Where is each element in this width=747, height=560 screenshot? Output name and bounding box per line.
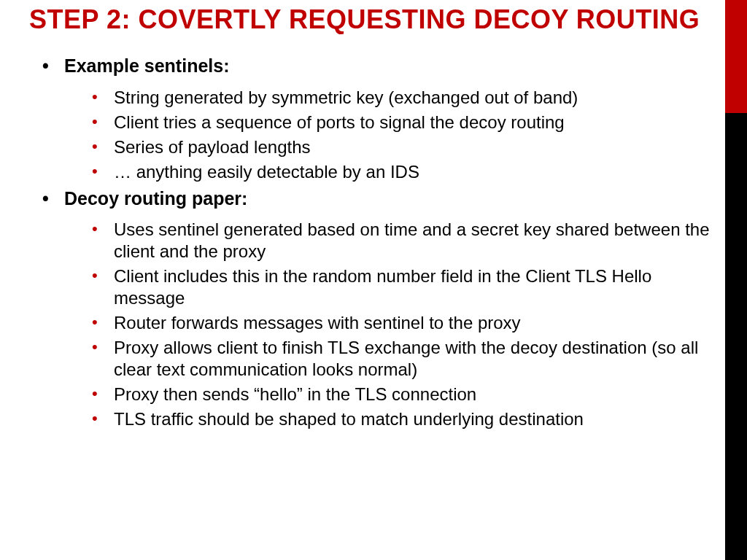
bullet-list-outer: Example sentinels: String generated by s…: [29, 55, 714, 430]
list-item: Proxy then sends “hello” in the TLS conn…: [92, 384, 714, 405]
slide-title: STEP 2: COVERTLY REQUESTING DECOY ROUTIN…: [29, 4, 714, 34]
stripe-black: [725, 113, 747, 560]
list-item: TLS traffic should be shaped to match un…: [92, 408, 714, 430]
list-item: … anything easily detectable by an IDS: [92, 161, 714, 183]
bullet-list-inner: Uses sentinel generated based on time an…: [64, 219, 714, 430]
stripe-red: [725, 0, 747, 113]
list-item: String generated by symmetric key (excha…: [92, 87, 714, 109]
list-item: Uses sentinel generated based on time an…: [92, 219, 714, 262]
list-item: Client includes this in the random numbe…: [92, 265, 714, 309]
slide-content: STEP 2: COVERTLY REQUESTING DECOY ROUTIN…: [29, 0, 714, 435]
section-label: Decoy routing paper:: [64, 188, 247, 209]
list-item: Series of payload lengths: [92, 136, 714, 158]
list-item: Client tries a sequence of ports to sign…: [92, 112, 714, 133]
side-accent-stripe: [725, 0, 747, 560]
list-item: Router forwards messages with sentinel t…: [92, 312, 714, 334]
list-item: Proxy allows client to finish TLS exchan…: [92, 337, 714, 381]
section-heading: Decoy routing paper: Uses sentinel gener…: [42, 187, 714, 430]
section-label: Example sentinels:: [64, 55, 229, 76]
section-heading: Example sentinels: String generated by s…: [42, 55, 714, 182]
bullet-list-inner: String generated by symmetric key (excha…: [64, 87, 714, 183]
